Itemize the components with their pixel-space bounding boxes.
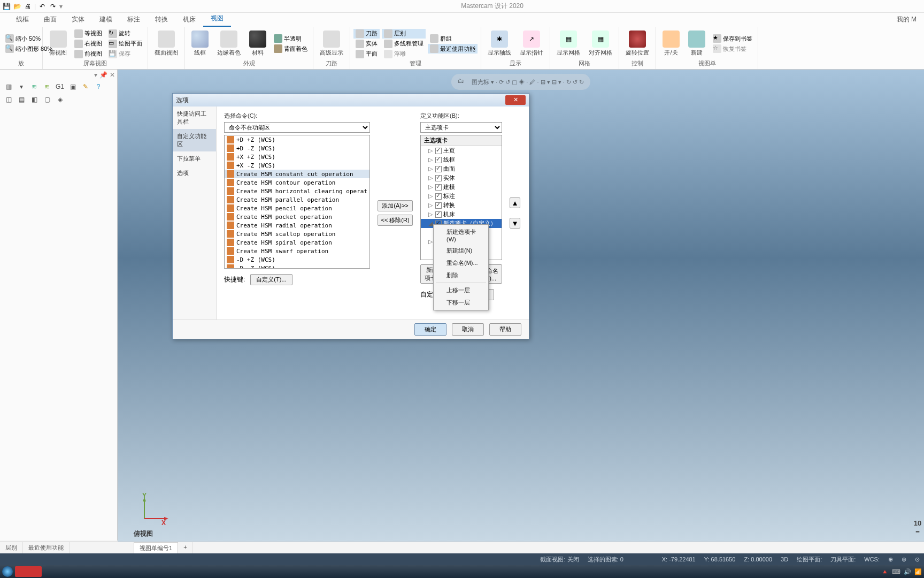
group-btn[interactable]: 群组	[428, 34, 478, 43]
tree-item[interactable]: ▷主页	[421, 146, 502, 155]
dialog-title-bar[interactable]: 选项 ✕	[173, 94, 529, 107]
tb-g3-icon[interactable]: G1	[55, 81, 65, 92]
material-btn[interactable]: 材料	[246, 29, 270, 58]
cm-delete[interactable]: 删除	[434, 269, 488, 282]
open-icon[interactable]: 📂	[13, 2, 21, 11]
command-item[interactable]: Create HSM radial operation	[225, 221, 369, 230]
cancel-button[interactable]: 取消	[452, 323, 484, 336]
tab-surface[interactable]: 曲面	[36, 12, 64, 27]
tb-g1-icon[interactable]: ≋	[29, 81, 40, 92]
btab-add[interactable]: +	[178, 542, 192, 553]
back-color-btn[interactable]: 背面着色	[272, 44, 310, 54]
recent-btn[interactable]: 最近使用功能	[428, 44, 478, 54]
front-view-button[interactable]: 前视图	[72, 49, 104, 59]
move-up-button[interactable]: ▲	[510, 197, 520, 208]
tab-transform[interactable]: 转换	[148, 12, 175, 27]
remove-button[interactable]: << 移除(R)	[378, 215, 413, 226]
redo-icon[interactable]: ↷	[49, 2, 57, 11]
btab-layer[interactable]: 层别	[0, 542, 23, 553]
on-off-btn[interactable]: 开/关	[659, 29, 683, 58]
command-item[interactable]: +D +Z (WCS)	[225, 135, 369, 144]
plane2-btn[interactable]: 平面	[353, 49, 380, 59]
tree-item[interactable]: ▷线框	[421, 155, 502, 164]
multithread-btn[interactable]: 多线程管理	[382, 39, 426, 49]
tb2-b-icon[interactable]: ▤	[16, 94, 27, 105]
tb-g4-icon[interactable]: ▣	[67, 81, 78, 92]
edge-shade-btn[interactable]: 边缘着色	[214, 29, 244, 58]
print-icon[interactable]: 🖨	[24, 2, 32, 11]
undo-icon[interactable]: ↶	[38, 2, 47, 11]
command-item[interactable]: Create HSM swarf operation	[225, 247, 369, 255]
command-item[interactable]: -D +Z (WCS)	[225, 255, 369, 264]
side-options[interactable]: 选项	[173, 166, 216, 180]
cm-move-down[interactable]: 下移一层	[434, 296, 488, 309]
command-item[interactable]: Create HSM spiral operation	[225, 238, 369, 247]
cm-new-group[interactable]: 新建组(N)	[434, 245, 488, 257]
sb-i1-icon[interactable]: ⊕	[888, 556, 893, 563]
tree-item[interactable]: ▷标注	[421, 192, 502, 201]
tab-view[interactable]: 视图	[203, 11, 231, 27]
tree-item[interactable]: ▷曲面	[421, 164, 502, 173]
tab-model[interactable]: 建模	[92, 12, 120, 27]
tab-solid[interactable]: 实体	[64, 12, 92, 27]
my-m-label[interactable]: 我的 M	[889, 12, 924, 27]
layer-btn[interactable]: 层别	[382, 29, 426, 39]
tb-new-icon[interactable]: ▥	[3, 81, 14, 92]
top-view-button[interactable]: 俯视图	[46, 29, 70, 58]
tb2-d-icon[interactable]: ▢	[42, 94, 52, 105]
save-icon[interactable]: 💾	[2, 2, 11, 11]
command-item[interactable]: Create HSM pocket operation	[225, 212, 369, 221]
taskbar-app-mc[interactable]	[15, 566, 42, 577]
sb-mode[interactable]: 3D	[781, 556, 788, 562]
tb-help-icon[interactable]: ?	[93, 81, 104, 92]
sb-i3-icon[interactable]: ⊙	[915, 556, 920, 563]
section-view-button[interactable]: 截面视图	[151, 29, 181, 58]
tray-net-icon[interactable]: 🔺	[881, 568, 889, 575]
command-filter-combo[interactable]: 命令不在功能区	[224, 122, 370, 133]
tb-pen-icon[interactable]: ✎	[80, 81, 91, 92]
tree-item[interactable]: ▷机床	[421, 210, 502, 219]
ct-icon[interactable]: 🗂	[458, 77, 467, 87]
rotate-button[interactable]: ↻旋转	[106, 29, 144, 39]
customize-button[interactable]: 自定义(T)...	[250, 274, 292, 285]
side-custom-ribbon[interactable]: 自定义功能区	[173, 129, 216, 151]
wireframe-btn[interactable]: 线框	[188, 29, 212, 58]
show-axis-btn[interactable]: ✱显示轴线	[484, 29, 514, 58]
semi-trans-btn[interactable]: 半透明	[272, 34, 310, 43]
tray-vol-icon[interactable]: 🔊	[904, 568, 911, 575]
cm-new-tab[interactable]: 新建选项卡(W)	[434, 226, 488, 245]
command-item[interactable]: Create HSM parallel operation	[225, 195, 369, 204]
iso-view-button[interactable]: 等视图	[72, 29, 104, 39]
move-down-button[interactable]: ▼	[510, 218, 520, 229]
save-bookmark-btn[interactable]: ★保存到书签	[711, 34, 754, 43]
new-view-btn[interactable]: 新建	[685, 29, 709, 58]
tb2-c-icon[interactable]: ◧	[29, 94, 40, 105]
command-item[interactable]: +X -Z (WCS)	[225, 161, 369, 170]
sb-plane[interactable]: 绘图平面:	[797, 556, 822, 564]
help-button[interactable]: 帮助	[489, 323, 521, 336]
cm-move-up[interactable]: 上移一层	[434, 284, 488, 296]
ribbon-target-combo[interactable]: 主选项卡	[420, 122, 502, 133]
plane-button[interactable]: ▭绘图平面	[106, 39, 144, 49]
adv-display-btn[interactable]: 高级显示	[317, 29, 346, 58]
toolpath-btn[interactable]: 刀路	[353, 29, 380, 39]
btab-recent[interactable]: 最近使用功能	[23, 542, 70, 553]
tb2-a-icon[interactable]: ◫	[3, 94, 14, 105]
tb-dd-icon[interactable]: ▾	[16, 81, 27, 92]
ok-button[interactable]: 确定	[414, 323, 446, 336]
cm-rename[interactable]: 重命名(M)...	[434, 257, 488, 269]
pin-icon[interactable]: ▾	[94, 71, 97, 79]
command-item[interactable]: Create HSM horizontal clearing operat	[225, 187, 369, 195]
command-item[interactable]: -D -Z (WCS)	[225, 264, 369, 269]
sb-toolplane[interactable]: 刀具平面:	[830, 556, 856, 564]
command-item[interactable]: Create HSM scallop operation	[225, 230, 369, 238]
right-view-button[interactable]: 右视图	[72, 39, 104, 49]
pin2-icon[interactable]: 📌	[99, 71, 107, 79]
save-view-button[interactable]: 💾保存	[106, 49, 144, 59]
tab-wireframe[interactable]: 线框	[9, 12, 36, 27]
add-button[interactable]: 添加(A)>>	[378, 200, 413, 211]
snap-grid-btn[interactable]: ▦对齐网格	[586, 29, 615, 58]
command-item[interactable]: +D -Z (WCS)	[225, 144, 369, 153]
dialog-close-button[interactable]: ✕	[505, 95, 526, 105]
command-item[interactable]: +X +Z (WCS)	[225, 153, 369, 161]
